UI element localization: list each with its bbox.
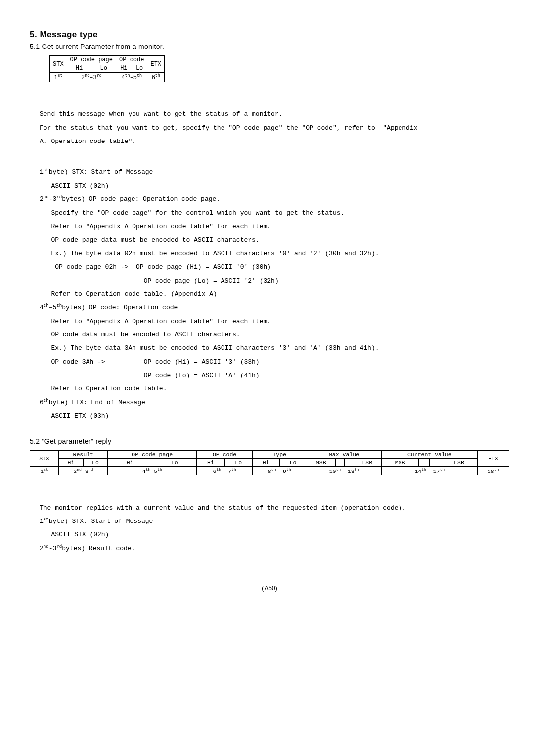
subsection-heading: 5.1 Get current Parameter from a monitor…	[30, 43, 509, 50]
cell: Max value	[307, 451, 382, 459]
cell: ETX	[147, 56, 165, 73]
body-text: Send this message when you want to get t…	[40, 94, 509, 148]
cell	[344, 459, 353, 467]
cell: 2nd–3rd	[67, 73, 116, 82]
cell: MSB	[382, 459, 418, 467]
cell: Hi	[252, 459, 279, 467]
cell: Lo	[91, 64, 116, 73]
cell: STX	[30, 451, 59, 467]
table-get-param-reply: STX Result OP code page OP code Type Max…	[30, 450, 509, 475]
cell: 4th–5th	[108, 467, 197, 475]
cell: 2nd–3rd	[59, 467, 108, 475]
cell: OP code page	[67, 56, 116, 64]
cell: 1st	[30, 467, 59, 475]
cell: Hi	[197, 459, 224, 467]
cell: 18th	[478, 467, 509, 475]
cell: Lo	[224, 459, 252, 467]
cell: Hi	[116, 64, 132, 73]
cell: Current Value	[382, 451, 478, 459]
cell: MSB	[307, 459, 335, 467]
cell: STX	[50, 56, 67, 73]
page-footer: (7/50)	[30, 585, 509, 592]
cell: LSB	[353, 459, 382, 467]
cell: 4th–5th	[116, 73, 147, 82]
body-text: 1stbyte) STX: Start of Message ASCII STX…	[40, 152, 509, 423]
body-text: The monitor replies with a current value…	[40, 487, 509, 555]
cell: ETX	[478, 451, 509, 467]
cell: Hi	[108, 459, 152, 467]
section-heading: 5. Message type	[30, 30, 509, 40]
cell	[418, 459, 430, 467]
cell: 8th –9th	[252, 467, 307, 475]
cell: OP code	[116, 56, 147, 64]
cell: LSB	[441, 459, 477, 467]
cell: Hi	[59, 459, 83, 467]
cell: OP code page	[108, 451, 197, 459]
cell: OP code	[197, 451, 252, 459]
cell	[430, 459, 441, 467]
cell: Lo	[132, 64, 147, 73]
cell: 6th –7th	[197, 467, 252, 475]
cell: 10th –13th	[307, 467, 382, 475]
subsection-heading: 5.2 "Get parameter" reply	[30, 437, 509, 445]
cell: 1st	[50, 73, 67, 82]
cell: 6th	[147, 73, 165, 82]
table-get-param: STX OP code page OP code ETX Hi Lo Hi Lo…	[49, 55, 165, 82]
cell: Lo	[279, 459, 307, 467]
cell: Lo	[152, 459, 197, 467]
cell: Result	[59, 451, 108, 459]
cell: Hi	[67, 64, 91, 73]
cell	[335, 459, 344, 467]
cell: 14th –17th	[382, 467, 478, 475]
cell: Type	[252, 451, 307, 459]
cell: Lo	[83, 459, 107, 467]
